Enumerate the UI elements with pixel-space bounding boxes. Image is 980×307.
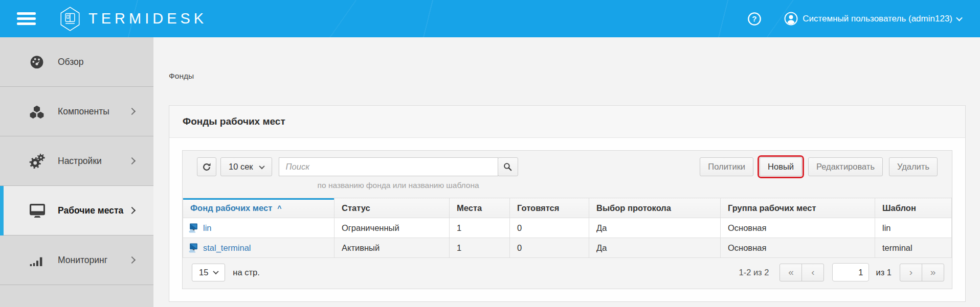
user-name-label: Системный пользователь (admin123) [803, 14, 952, 24]
bar-chart-icon [29, 252, 47, 268]
search-input[interactable] [279, 157, 498, 176]
refresh-icon [202, 162, 212, 172]
monitor-icon [29, 202, 47, 219]
column-header-group[interactable]: Группа рабочих мест [721, 198, 875, 218]
cell-protocol: Да [589, 218, 721, 238]
column-header-preparing[interactable]: Готовятся [510, 198, 589, 218]
cell-preparing: 0 [510, 238, 589, 258]
column-header-status[interactable]: Статус [335, 198, 450, 218]
chevron-right-icon [128, 157, 136, 164]
sidebar-item-components[interactable]: Компоненты [0, 87, 153, 136]
dashboard-icon [29, 54, 47, 70]
search-button[interactable] [498, 157, 518, 176]
help-icon[interactable]: ? [747, 12, 762, 26]
policies-button[interactable]: Политики [700, 157, 753, 176]
pool-link[interactable]: stal_terminal [203, 243, 251, 253]
range-label: 1-2 из 2 [739, 268, 769, 277]
app-header: TERMIDESK ? Системный пользователь (admi… [0, 0, 980, 37]
user-menu[interactable]: Системный пользователь (admin123) [784, 12, 962, 26]
per-page-label: на стр. [233, 268, 259, 277]
cell-template: lin [875, 218, 952, 238]
pools-panel: 10 сек [182, 150, 952, 289]
sidebar-item-label: Компоненты [58, 106, 109, 117]
column-header-template[interactable]: Шаблон [875, 198, 952, 218]
sidebar-item-overview[interactable]: Обзор [0, 37, 153, 87]
cell-protocol: Да [589, 238, 721, 258]
column-header-seats[interactable]: Места [450, 198, 510, 218]
search-icon [503, 162, 513, 172]
cell-group: Основная [721, 218, 875, 238]
delete-button[interactable]: Удалить [889, 157, 938, 176]
pools-card: Фонды рабочих мест 10 сек [169, 105, 966, 302]
current-page-input[interactable] [832, 263, 869, 281]
search-hint: по названию фонда или названию шаблона [279, 181, 518, 190]
user-avatar-icon [784, 12, 798, 26]
sidebar-item-label: Обзор [58, 57, 84, 67]
sidebar: Обзор Компоненты Нас [0, 37, 153, 307]
svg-text:?: ? [752, 14, 757, 23]
pool-link[interactable]: lin [203, 223, 212, 233]
table-row[interactable]: stal_terminal Активный 1 0 Да Основная t… [183, 238, 952, 258]
refresh-interval-select[interactable]: 10 сек [220, 157, 272, 176]
desktop-pool-icon [188, 243, 199, 253]
cell-status: Активный [335, 238, 450, 258]
sidebar-item-workplaces[interactable]: Рабочие места [0, 186, 153, 235]
brand-logo: TERMIDESK [59, 7, 207, 31]
sidebar-item-monitoring[interactable]: Мониторинг [0, 235, 153, 285]
cell-template: terminal [875, 238, 952, 258]
total-pages-label: из 1 [876, 268, 892, 277]
column-header-protocol[interactable]: Выбор протокола [589, 198, 721, 218]
page-title: Фонды рабочих мест [169, 106, 965, 138]
last-page-button[interactable]: » [922, 264, 944, 281]
chevron-right-icon [128, 207, 136, 214]
sidebar-item-settings[interactable]: Настройки [0, 136, 153, 186]
sidebar-filler [0, 285, 153, 307]
chevron-down-icon [259, 163, 264, 169]
sidebar-item-label: Настройки [58, 156, 102, 167]
sidebar-item-label: Рабочие места [58, 205, 123, 216]
chevron-down-icon [956, 15, 963, 21]
pagination-bar: 15 на стр. 1-2 из 2 « ‹ из 1 [183, 258, 952, 289]
refresh-button[interactable] [197, 157, 216, 176]
page-size-select[interactable]: 15 [192, 264, 225, 281]
pools-table: Фонд рабочих мест^ Статус Места Готовятс… [183, 198, 952, 258]
sidebar-item-label: Мониторинг [58, 255, 107, 266]
menu-toggle-icon[interactable] [17, 10, 36, 28]
desktop-pool-icon [188, 223, 199, 233]
first-page-button[interactable]: « [779, 264, 802, 281]
chevron-right-icon [128, 108, 136, 115]
column-label: Фонд рабочих мест [190, 203, 272, 212]
new-button[interactable]: Новый [760, 157, 802, 176]
cell-status: Ограниченный [335, 218, 450, 238]
brand-name: TERMIDESK [88, 10, 207, 27]
toolbar: 10 сек [183, 151, 952, 190]
main-content: Фонды Фонды рабочих мест 10 сек [153, 37, 980, 307]
column-header-pool[interactable]: Фонд рабочих мест^ [183, 198, 335, 218]
chevron-right-icon [128, 256, 136, 264]
breadcrumb: Фонды [169, 72, 966, 81]
gears-icon [29, 153, 47, 169]
next-page-button[interactable]: › [900, 264, 922, 281]
termidesk-hexagon-icon [59, 7, 81, 31]
page-size-value: 15 [199, 268, 208, 277]
cell-seats: 1 [450, 218, 510, 238]
cell-seats: 1 [450, 238, 510, 258]
refresh-interval-value: 10 сек [229, 162, 253, 172]
cubes-icon [29, 103, 47, 120]
prev-page-button[interactable]: ‹ [801, 264, 824, 281]
edit-button[interactable]: Редактировать [808, 157, 883, 176]
chevron-down-icon [213, 269, 219, 274]
cell-preparing: 0 [510, 218, 589, 238]
sort-ascending-icon: ^ [277, 204, 281, 212]
cell-group: Основная [721, 238, 875, 258]
table-row[interactable]: lin Ограниченный 1 0 Да Основная lin [183, 218, 952, 238]
table-header-row: Фонд рабочих мест^ Статус Места Готовятс… [183, 198, 952, 218]
